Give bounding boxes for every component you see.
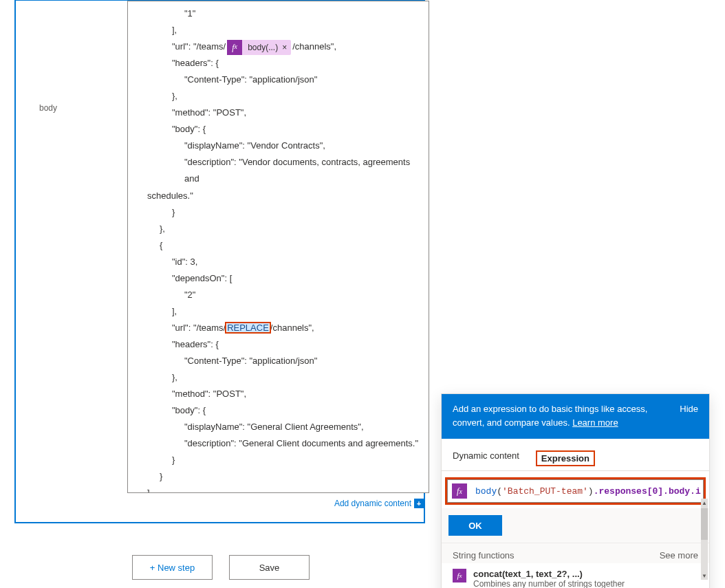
footer-buttons: + New step Save bbox=[132, 555, 310, 580]
string-functions-header: String functions See more bbox=[442, 543, 709, 563]
fx-icon: fx bbox=[453, 569, 466, 582]
scroll-up-icon[interactable]: ▲ bbox=[701, 499, 708, 507]
tab-dynamic-content[interactable]: Dynamic content bbox=[453, 450, 519, 466]
expression-input[interactable]: fx body('Batch_PUT-team').responses[0].b… bbox=[447, 479, 704, 503]
popup-tabs: Dynamic content Expression bbox=[442, 439, 709, 471]
popup-scrollbar[interactable]: ▲ ▼ bbox=[701, 499, 708, 580]
fx-icon: fx bbox=[227, 40, 242, 55]
hide-link[interactable]: Hide bbox=[680, 402, 698, 429]
learn-more-link[interactable]: Learn more bbox=[572, 417, 618, 428]
save-button[interactable]: Save bbox=[229, 555, 310, 580]
action-card: body "1"],"url": "/teams/fxbody(...)×/ch… bbox=[15, 0, 424, 523]
new-step-button[interactable]: + New step bbox=[132, 555, 213, 580]
expression-token[interactable]: fxbody(...)× bbox=[227, 40, 291, 55]
add-dynamic-content-link[interactable]: Add dynamic content + bbox=[334, 499, 424, 508]
field-label-body: body bbox=[39, 103, 57, 113]
fn-concat-item[interactable]: fx concat(text_1, text_2?, ...) Combines… bbox=[442, 563, 709, 588]
scroll-thumb[interactable] bbox=[701, 508, 708, 540]
expression-popup: Add an expression to do basic things lik… bbox=[441, 393, 710, 588]
tab-expression[interactable]: Expression bbox=[536, 450, 595, 466]
ok-button[interactable]: OK bbox=[448, 515, 502, 536]
see-more-link[interactable]: See more bbox=[660, 550, 698, 560]
scroll-down-icon[interactable]: ▼ bbox=[701, 571, 708, 580]
fx-icon: fx bbox=[452, 483, 467, 499]
plus-icon: + bbox=[414, 499, 424, 508]
remove-token-icon[interactable]: × bbox=[282, 40, 287, 55]
ok-row: OK bbox=[442, 508, 709, 543]
expression-text: body('Batch_PUT-team').responses[0].body… bbox=[475, 486, 701, 497]
body-editor[interactable]: "1"],"url": "/teams/fxbody(...)×/channel… bbox=[127, 1, 429, 493]
popup-header: Add an expression to do basic things lik… bbox=[442, 394, 709, 439]
